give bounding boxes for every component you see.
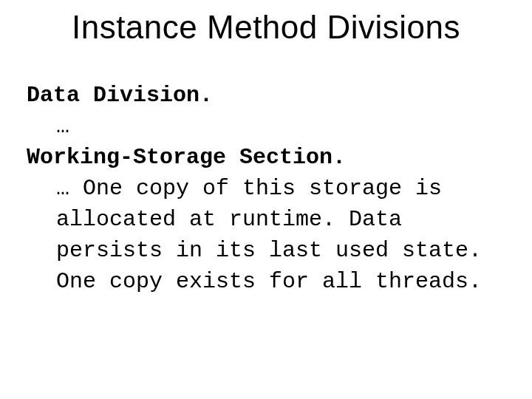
working-storage-heading: Working-Storage Section.: [27, 142, 505, 173]
ellipsis-line-1: …: [27, 111, 505, 142]
slide-body: Data Division. … Working-Storage Section…: [27, 80, 505, 297]
slide-title: Instance Method Divisions: [0, 9, 532, 46]
slide: Instance Method Divisions Data Division.…: [0, 0, 532, 399]
ellipsis-lead: …: [56, 176, 83, 201]
description-paragraph: … One copy of this storage is allocated …: [27, 173, 505, 297]
description-text: One copy of this storage is allocated at…: [56, 176, 482, 294]
data-division-heading: Data Division.: [27, 80, 505, 111]
